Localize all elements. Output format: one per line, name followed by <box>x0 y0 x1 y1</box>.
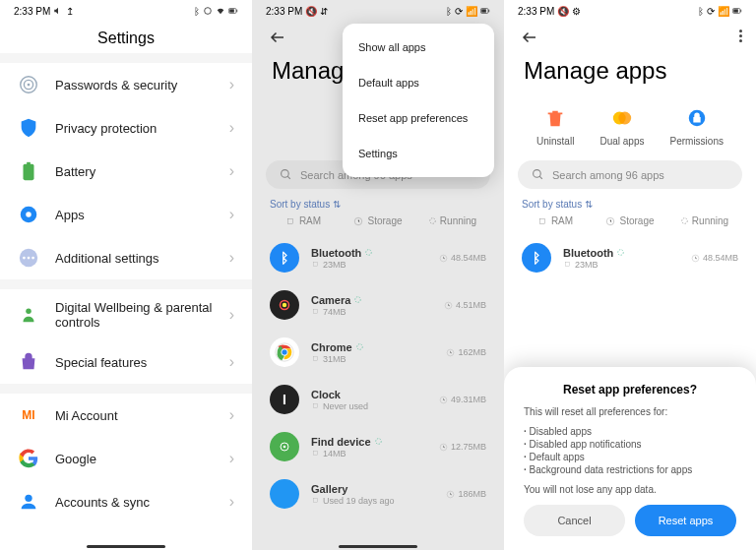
search-icon <box>532 168 544 181</box>
running-icon <box>617 249 624 256</box>
app-row[interactable]: IClockNever used49.31MB <box>252 376 504 423</box>
filter-ram[interactable]: RAM <box>266 215 341 226</box>
running-icon <box>354 296 361 303</box>
action-label: Permissions <box>670 136 724 147</box>
menu-show-all-apps[interactable]: Show all apps <box>343 30 494 65</box>
action-dual-apps[interactable]: Dual apps <box>599 104 644 147</box>
filter-ram[interactable]: RAM <box>518 215 593 226</box>
chip-icon <box>311 354 320 363</box>
clock-icon <box>444 301 453 310</box>
filter-running[interactable]: Running <box>667 215 742 226</box>
svg-point-14 <box>32 257 34 260</box>
row-digital-wellbeing[interactable]: Digital Wellbeing & parental controls› <box>0 289 252 340</box>
nav-handle[interactable] <box>339 545 417 548</box>
row-apps[interactable]: Apps› <box>0 193 252 236</box>
chevron-right-icon: › <box>229 353 234 371</box>
row-mi-account[interactable]: MIMi Account› <box>0 394 252 437</box>
cancel-button[interactable]: Cancel <box>524 505 625 536</box>
rotate-icon: ⟳ <box>707 6 715 17</box>
filter-running[interactable]: Running <box>415 215 490 226</box>
menu-settings[interactable]: Settings <box>343 136 494 171</box>
svg-rect-51 <box>740 10 741 13</box>
svg-point-30 <box>355 297 361 303</box>
chevron-right-icon: › <box>229 206 234 223</box>
app-row[interactable]: Chrome31MB162MB <box>252 329 504 376</box>
svg-point-54 <box>618 112 631 125</box>
app-name: Gallery <box>311 483 347 495</box>
app-row[interactable]: ᛒBluetooth23MB48.54MB <box>252 234 504 281</box>
status-bar: 2:33 PM🔇⇵ ᛒ⟳📶 <box>252 0 504 22</box>
app-name: Find device <box>311 436 371 448</box>
back-button[interactable] <box>266 26 289 49</box>
fingerprint-icon <box>18 74 39 95</box>
app-icon: ᛒ <box>270 243 299 273</box>
row-label: Privacy protection <box>55 121 229 136</box>
row-passwords-security[interactable]: Passwords & security› <box>0 63 252 106</box>
svg-rect-38 <box>313 356 318 361</box>
menu-default-apps[interactable]: Default apps <box>343 65 494 100</box>
google-icon <box>18 448 39 469</box>
search-placeholder: Search among 96 apps <box>552 169 664 181</box>
app-row[interactable]: Camera74MB4.51MB <box>252 281 504 329</box>
row-label: Accounts & sync <box>55 495 229 510</box>
svg-rect-31 <box>313 309 318 314</box>
app-icon: ᛒ <box>522 243 551 273</box>
svg-point-20 <box>282 170 289 178</box>
reset-apps-button[interactable]: Reset apps <box>635 505 736 536</box>
app-icon <box>270 337 299 367</box>
svg-point-45 <box>375 439 381 445</box>
row-additional-settings[interactable]: Additional settings› <box>0 236 252 279</box>
rotate-icon <box>203 6 213 16</box>
sort-button[interactable]: Sort by status⇅ <box>504 199 756 215</box>
chip-icon <box>537 216 547 226</box>
clock-icon <box>353 216 363 226</box>
chip-icon <box>311 496 320 505</box>
svg-point-24 <box>366 250 372 256</box>
sort-button[interactable]: Sort by status⇅ <box>252 199 504 215</box>
row-special-features[interactable]: Special features› <box>0 340 252 384</box>
svg-point-29 <box>283 303 287 308</box>
rotate-icon: ⟳ <box>455 6 463 17</box>
svg-rect-61 <box>565 262 570 267</box>
row-battery[interactable]: Battery› <box>0 150 252 193</box>
filter-storage[interactable]: Storage <box>341 215 415 226</box>
running-icon <box>681 217 688 224</box>
shield-icon <box>18 117 39 139</box>
chip-icon <box>311 401 320 410</box>
app-row[interactable]: GalleryUsed 19 days ago186MB <box>252 470 504 518</box>
clock-icon <box>439 254 448 263</box>
app-icon: I <box>270 385 299 414</box>
dialog-list-item: Default apps <box>524 451 736 463</box>
chevron-right-icon: › <box>229 450 234 467</box>
action-uninstall[interactable]: Uninstall <box>536 104 574 147</box>
row-google[interactable]: Google› <box>0 437 252 480</box>
action-permissions[interactable]: Permissions <box>670 104 724 147</box>
screen-settings: 2:33 PM↥ ᛒ Settings Passwords & security… <box>0 0 252 550</box>
back-button[interactable] <box>518 26 541 49</box>
mute-icon: 🔇 <box>557 6 569 17</box>
status-bar: 2:33 PM🔇⚙ ᛒ⟳📶 <box>504 0 756 22</box>
bag-icon <box>18 351 39 373</box>
app-row[interactable]: Find device14MB12.75MB <box>252 423 504 470</box>
row-label: Additional settings <box>55 251 229 266</box>
search-input[interactable]: Search among 96 apps <box>518 160 742 189</box>
wifi-icon: 📶 <box>718 6 729 17</box>
row-privacy-protection[interactable]: Privacy protection› <box>0 106 252 150</box>
svg-point-59 <box>682 218 688 224</box>
filter-storage[interactable]: Storage <box>593 215 667 226</box>
page-title: Settings <box>0 22 252 53</box>
status-time: 2:33 PM <box>518 6 554 17</box>
search-icon <box>280 168 292 181</box>
nav-handle[interactable] <box>87 545 165 548</box>
menu-reset-app-preferences[interactable]: Reset app preferences <box>343 100 494 136</box>
overflow-button[interactable] <box>739 30 742 42</box>
row-label: Passwords & security <box>55 78 229 92</box>
mute-icon: 🔇 <box>305 6 317 17</box>
chevron-right-icon: › <box>229 76 234 93</box>
app-bluetooth[interactable]: ᛒ Bluetooth 23MB 48.54MB <box>504 234 756 281</box>
arrows-icon: ⇵ <box>320 6 328 17</box>
row-accounts-sync[interactable]: Accounts & sync› <box>0 480 252 523</box>
row-label: Battery <box>55 164 229 179</box>
svg-rect-7 <box>24 164 34 181</box>
dual-icon <box>608 104 636 132</box>
